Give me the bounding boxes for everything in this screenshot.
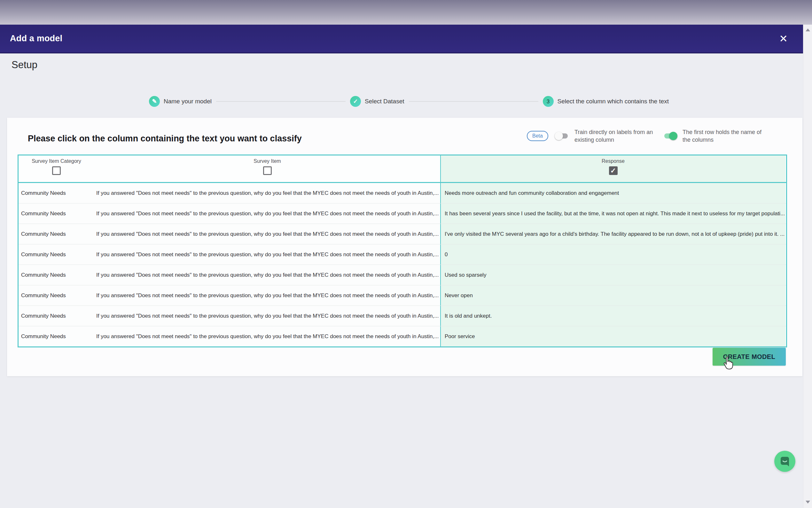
pencil-icon: ✎ bbox=[149, 96, 160, 107]
create-model-button[interactable]: CREATE MODEL bbox=[713, 348, 786, 366]
category-cell[interactable]: Community Needs bbox=[18, 183, 94, 203]
scroll-down-arrow-icon[interactable] bbox=[806, 501, 810, 504]
category-cell[interactable]: Community Needs bbox=[18, 244, 94, 264]
category-cell[interactable]: Community Needs bbox=[18, 265, 94, 285]
survey-item-cell[interactable]: If you answered "Does not meet needs" to… bbox=[94, 224, 440, 244]
table-header-row: Survey Item Category ✓ Survey Item ✓ Res… bbox=[18, 156, 786, 183]
category-cell[interactable]: Community Needs bbox=[18, 306, 94, 326]
response-cell[interactable]: Never open bbox=[440, 285, 785, 305]
table-row: Community Needs If you answered "Does no… bbox=[18, 264, 786, 285]
response-cell[interactable]: It has been several years since I used t… bbox=[440, 204, 785, 224]
table-row: Community Needs If you answered "Does no… bbox=[18, 326, 786, 346]
step-number-badge: 3 bbox=[543, 96, 554, 107]
check-icon: ✓ bbox=[350, 96, 361, 107]
response-cell[interactable]: Poor service bbox=[440, 326, 785, 346]
survey-item-cell[interactable]: If you answered "Does not meet needs" to… bbox=[94, 265, 440, 285]
setup-panel: Please click on the column containing th… bbox=[7, 118, 802, 376]
survey-item-cell[interactable]: If you answered "Does not meet needs" to… bbox=[94, 326, 440, 346]
category-cell[interactable]: Community Needs bbox=[18, 285, 94, 305]
category-cell[interactable]: Community Needs bbox=[18, 204, 94, 224]
response-cell[interactable]: 0 bbox=[440, 244, 785, 264]
column-header-survey-item-category[interactable]: Survey Item Category ✓ bbox=[18, 156, 94, 182]
toggle-knob bbox=[669, 132, 677, 140]
panel-controls: Beta Train directly on labels from an ex… bbox=[527, 128, 770, 144]
modal-title: Add a model bbox=[10, 34, 62, 43]
table-row: Community Needs If you answered "Does no… bbox=[18, 285, 786, 305]
column-select-table: Survey Item Category ✓ Survey Item ✓ Res… bbox=[17, 155, 787, 347]
scrollbar-track[interactable] bbox=[803, 25, 812, 508]
background-top-strip bbox=[0, 0, 812, 25]
close-icon[interactable]: ✕ bbox=[777, 33, 790, 44]
response-cell[interactable]: Needs more outreach and fun community co… bbox=[440, 183, 785, 203]
first-row-header-label: The first row holds the name of the colu… bbox=[682, 128, 770, 144]
step-label: Select the column which contains the tex… bbox=[558, 98, 669, 105]
survey-item-cell[interactable]: If you answered "Does not meet needs" to… bbox=[94, 306, 440, 326]
step-connector bbox=[409, 101, 538, 102]
chat-launcher-button[interactable] bbox=[774, 451, 795, 472]
step-name-your-model: ✎ Name your model bbox=[149, 96, 211, 107]
response-checkbox[interactable]: ✓ bbox=[609, 166, 618, 175]
table-body: Community Needs If you answered "Does no… bbox=[18, 183, 786, 346]
column-header-survey-item[interactable]: Survey Item ✓ bbox=[94, 156, 440, 182]
table-row: Community Needs If you answered "Does no… bbox=[18, 203, 786, 224]
table-row: Community Needs If you answered "Does no… bbox=[18, 224, 786, 244]
beta-badge: Beta bbox=[527, 131, 548, 141]
response-cell[interactable]: Used so sparsely bbox=[440, 265, 785, 285]
step-label: Name your model bbox=[164, 98, 211, 105]
table-row: Community Needs If you answered "Does no… bbox=[18, 183, 786, 203]
step-select-column: 3 Select the column which contains the t… bbox=[543, 96, 669, 107]
stepper: ✎ Name your model ✓ Select Dataset 3 Sel… bbox=[149, 96, 669, 107]
survey-item-category-checkbox[interactable]: ✓ bbox=[52, 166, 61, 175]
toggle-knob bbox=[555, 132, 563, 140]
chat-bubble-icon bbox=[779, 455, 791, 467]
page-title: Setup bbox=[11, 59, 37, 71]
survey-item-cell[interactable]: If you answered "Does not meet needs" to… bbox=[94, 244, 440, 264]
train-on-labels-label: Train directly on labels from an existin… bbox=[574, 128, 654, 144]
survey-item-cell[interactable]: If you answered "Does not meet needs" to… bbox=[94, 204, 440, 224]
category-cell[interactable]: Community Needs bbox=[18, 224, 94, 244]
panel-heading: Please click on the column containing th… bbox=[28, 134, 302, 144]
step-connector bbox=[216, 101, 346, 102]
category-cell[interactable]: Community Needs bbox=[18, 326, 94, 346]
survey-item-cell[interactable]: If you answered "Does not meet needs" to… bbox=[94, 183, 440, 203]
survey-item-cell[interactable]: If you answered "Does not meet needs" to… bbox=[94, 285, 440, 305]
table-row: Community Needs If you answered "Does no… bbox=[18, 244, 786, 264]
first-row-header-toggle[interactable] bbox=[663, 131, 677, 141]
response-cell[interactable]: It is old and unkept. bbox=[440, 306, 785, 326]
step-label: Select Dataset bbox=[365, 98, 404, 105]
response-cell[interactable]: I've only visited the MYC several years … bbox=[440, 224, 785, 244]
train-on-labels-toggle[interactable] bbox=[555, 131, 569, 141]
survey-item-checkbox[interactable]: ✓ bbox=[263, 166, 272, 175]
scroll-up-arrow-icon[interactable] bbox=[806, 29, 810, 31]
modal-header: Add a model ✕ bbox=[0, 25, 803, 53]
column-header-response[interactable]: Response ✓ bbox=[440, 156, 785, 182]
table-row: Community Needs If you answered "Does no… bbox=[18, 305, 786, 326]
step-select-dataset: ✓ Select Dataset bbox=[350, 96, 404, 107]
